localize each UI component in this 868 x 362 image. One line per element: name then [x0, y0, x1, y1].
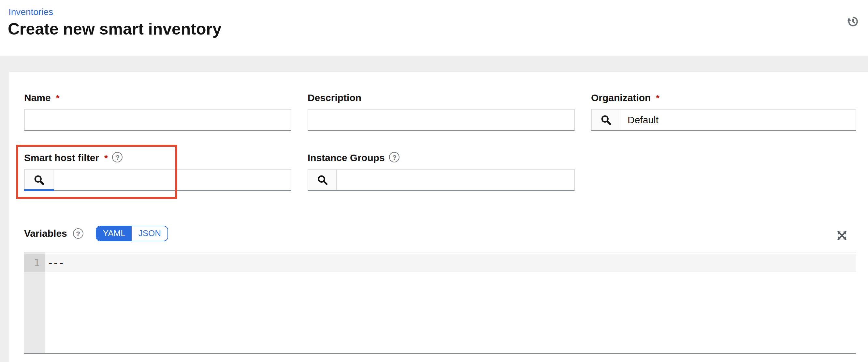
field-description: Description: [308, 91, 575, 131]
toggle-json-button[interactable]: JSON: [132, 226, 167, 240]
field-smart-host-filter: Smart host filter *: [24, 151, 291, 191]
editor-line-number: 1: [24, 254, 45, 272]
instance-groups-input[interactable]: [337, 170, 574, 190]
page: Inventories Create new smart inventory N…: [0, 0, 868, 362]
help-icon[interactable]: [113, 152, 123, 162]
content-background: Name * Description Organization *: [0, 72, 868, 362]
field-name: Name *: [24, 91, 291, 131]
required-asterisk: *: [656, 93, 659, 103]
history-button[interactable]: [847, 16, 859, 27]
editor-code-line[interactable]: ---: [45, 254, 856, 272]
smart-host-filter-input[interactable]: [54, 170, 291, 190]
variables-header-row: Variables YAML JSON: [24, 225, 168, 241]
description-input[interactable]: [308, 109, 575, 131]
organization-input[interactable]: [620, 110, 856, 130]
yaml-json-toggle: YAML JSON: [96, 225, 168, 241]
page-title: Create new smart inventory: [8, 20, 222, 38]
toggle-yaml-button[interactable]: YAML: [96, 226, 132, 240]
expand-editor-button[interactable]: [837, 230, 847, 241]
history-icon: [847, 16, 859, 27]
help-icon[interactable]: [73, 228, 84, 239]
page-band: [0, 56, 868, 72]
smart-host-filter-label: Smart host filter: [24, 152, 99, 163]
search-icon: [34, 174, 44, 185]
name-label: Name: [24, 92, 51, 103]
expand-icon: [837, 230, 847, 241]
search-icon: [317, 174, 328, 185]
instance-groups-lookup-button[interactable]: [308, 170, 337, 190]
breadcrumb-link-inventories[interactable]: Inventories: [8, 6, 53, 17]
name-input[interactable]: [24, 109, 291, 131]
variables-code-editor[interactable]: 1 ---: [24, 252, 856, 354]
required-asterisk: *: [104, 152, 108, 163]
organization-label: Organization: [591, 92, 651, 103]
smart-host-filter-lookup-button[interactable]: [25, 170, 54, 190]
active-focus-underline: [24, 189, 54, 191]
field-organization: Organization *: [591, 91, 856, 131]
page-header: Inventories Create new smart inventory: [0, 0, 868, 56]
field-instance-groups: Instance Groups: [308, 151, 575, 191]
editor-active-line: 1 ---: [24, 254, 856, 272]
required-asterisk: *: [56, 93, 60, 103]
instance-groups-label: Instance Groups: [308, 152, 385, 163]
help-icon[interactable]: [390, 152, 400, 162]
search-icon: [600, 114, 611, 125]
description-label: Description: [308, 92, 361, 103]
form-card: Name * Description Organization *: [9, 72, 868, 362]
organization-lookup-button[interactable]: [592, 110, 620, 130]
variables-label: Variables: [24, 228, 67, 239]
